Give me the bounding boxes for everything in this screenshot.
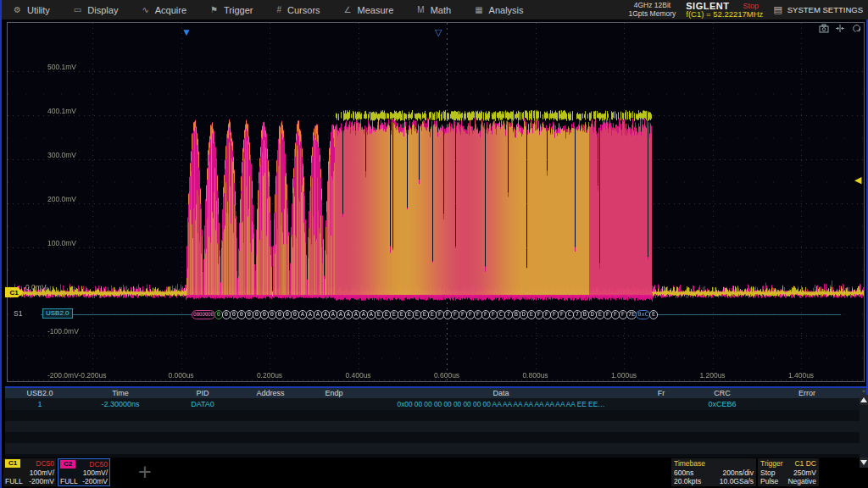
menu-item-acquire[interactable]: ∿Acquire (130, 0, 198, 19)
delay-reference-marker[interactable]: ▽ (435, 27, 442, 37)
time-label: 1.400us (788, 371, 814, 380)
acquisition-status: Stop (743, 2, 759, 10)
menu-item-measure[interactable]: ∠Measure (332, 0, 406, 19)
column-header: Error (758, 388, 856, 398)
chevron-up-icon (860, 397, 867, 402)
oscilloscope-app: ⚙Utility▭Display∿Acquire⚑Trigger#Cursors… (0, 0, 868, 488)
menu-label-display: Display (87, 5, 118, 15)
column-header: USB2.0 (5, 388, 75, 398)
eop-bubble: E (649, 310, 658, 319)
voltage-label: 400.1mV (47, 107, 76, 115)
column-header: Data (366, 388, 636, 398)
decode-bubbles: 000000000000000000AAAAAAAAAAEEEEEEEEFFFF… (192, 308, 658, 320)
channel-coupling: DC50 (36, 459, 54, 468)
column-header: Fr (636, 388, 687, 398)
menu-label-measure: Measure (358, 5, 394, 15)
history-undo-icon[interactable] (851, 24, 861, 33)
system-settings-label: SYSTEM SETTINGS (787, 5, 863, 14)
menu-right: 4GHz 12Bit 1Gpts Memory SIGLENT Stop f(C… (629, 2, 868, 19)
menu-label-analysis: Analysis (489, 5, 524, 15)
decode-table-header: USB2.0TimePIDAddressEndpDataFrCRCError (5, 388, 866, 398)
sample-rate: 10.0GSa/s (720, 477, 754, 485)
channel-coupling: DC50 (89, 460, 108, 469)
channel-box-c2[interactable]: C2DC50100mV/FULL-200mV (58, 458, 110, 486)
timebase-scale: 200ns/div (723, 469, 754, 477)
zoom-reset-icon[interactable] (835, 24, 845, 33)
crc-bubble: 0xC (636, 310, 650, 319)
menu-item-analysis[interactable]: ▦Analysis (463, 0, 535, 19)
voltage-label: 100.0mV (47, 239, 76, 247)
trigger-position-marker[interactable]: ▼ (181, 27, 192, 37)
brand-block: SIGLENT Stop f(C1) = 52.22217MHz (686, 2, 763, 19)
voltage-label: 300.0mV (47, 151, 76, 159)
serial-decode-label: S1 (14, 309, 22, 318)
channel-scale: 100mV/ (83, 469, 108, 477)
memory-spec: 1Gpts Memory (629, 10, 676, 19)
time-label: 0.200us (257, 371, 282, 380)
timebase-descriptor[interactable]: Timebase 600ns200ns/div 20.0kpts10.0GSa/… (671, 458, 756, 486)
acquire-icon: ∿ (142, 5, 148, 14)
column-header: Time (75, 388, 166, 398)
zero-volt-label: 0.0mV (25, 283, 47, 291)
scroll-up-button[interactable] (860, 395, 868, 405)
menu-label-utility: Utility (27, 5, 50, 15)
channel-bandwidth: FULL (5, 477, 23, 485)
menu-item-utility[interactable]: ⚙Utility (2, 0, 62, 19)
time-label: 1.200us (699, 371, 725, 380)
voltage-label: -200.0mV (47, 371, 79, 380)
brand-logo: SIGLENT (686, 2, 729, 10)
trigger-level-marker[interactable]: ◀ (854, 175, 861, 185)
decode-table: USB2.0TimePIDAddressEndpDataFrCRCError 1… (5, 386, 866, 458)
menu-item-trigger[interactable]: ⚑Trigger (198, 0, 264, 19)
empty-row (5, 432, 866, 443)
trigger-level: 250mV (793, 469, 816, 477)
screenshot-camera-icon[interactable] (819, 24, 829, 33)
decode-table-scrollbar: × (860, 388, 868, 473)
time-label: 0.000us (168, 371, 193, 380)
decode-table-body: 1-2.30000nsDATA00x00 00 00 00 00 00 00 0… (5, 398, 866, 454)
menu-item-display[interactable]: ▭Display (62, 0, 131, 19)
timebase-points: 20.0kpts (674, 477, 701, 485)
channel-chip: C2 (60, 460, 75, 469)
channel-offset: -200mV (82, 477, 108, 485)
table-cell (636, 398, 687, 410)
time-label: 1.000us (611, 371, 637, 380)
scrollbar-track[interactable] (860, 405, 868, 458)
channel-chip: C1 (5, 459, 20, 468)
column-header: CRC (687, 388, 758, 398)
table-row[interactable]: 1-2.30000nsDATA00x00 00 00 00 00 00 00 0… (5, 398, 866, 410)
chevron-down-icon (860, 460, 867, 465)
table-cell: 1 (5, 398, 75, 410)
channel-bandwidth: FULL (60, 477, 78, 485)
frequency-counter: f(C1) = 52.22217MHz (686, 10, 763, 19)
table-cell: 0xCEB6 (687, 398, 758, 410)
menu-bar: ⚙Utility▭Display∿Acquire⚑Trigger#Cursors… (2, 0, 868, 19)
decode-table-close-icon[interactable]: × (860, 388, 868, 395)
math-icon: M (417, 5, 424, 14)
trigger-slope: Negative (787, 477, 816, 485)
table-cell: -2.30000ns (75, 398, 166, 410)
empty-row (5, 410, 866, 421)
channel-scale: 100mV/ (30, 469, 54, 477)
time-label: 0.400us (345, 371, 370, 380)
system-settings-icon: ▤ (773, 4, 782, 15)
time-label: -0.200us (78, 371, 106, 380)
time-label: 0.800us (522, 371, 548, 380)
timebase-title: Timebase (674, 459, 705, 468)
column-header: Endp (302, 388, 366, 398)
measure-icon: ∠ (344, 5, 352, 14)
channel-box-c1[interactable]: C1DC50100mV/FULL-200mV (3, 458, 56, 486)
trigger-type: Pulse (760, 477, 778, 485)
trigger-descriptor[interactable]: TriggerC1 DC Stop250mV PulseNegative (758, 458, 819, 486)
add-channel-button[interactable]: + (125, 458, 164, 486)
voltage-label: 200.0mV (47, 195, 76, 203)
empty-row (5, 443, 866, 454)
bus-type-badge: USB2.0 (42, 308, 73, 319)
waveform-display: ▼ ▽ ◀ C1 0.0mV S1 USB2.0 000000000000000… (5, 20, 866, 385)
scroll-down-button[interactable] (860, 458, 868, 468)
system-settings-button[interactable]: ▤ SYSTEM SETTINGS (773, 4, 863, 15)
menu-item-math[interactable]: MMath (405, 0, 463, 19)
trigger-source: C1 DC (794, 459, 816, 468)
scope-spec: 4GHz 12Bit 1Gpts Memory (629, 2, 676, 18)
menu-item-cursors[interactable]: #Cursors (264, 0, 331, 19)
